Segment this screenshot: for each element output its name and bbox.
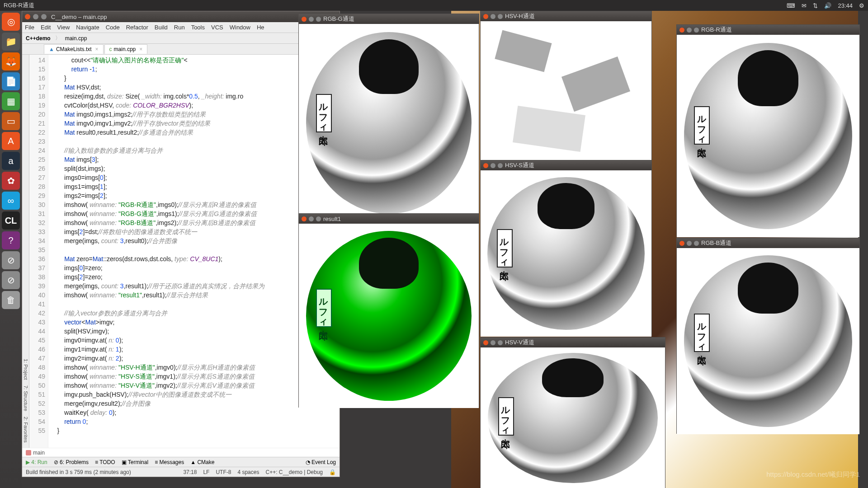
tab-cmakelists[interactable]: ▲CMakeLists.txt× [44,44,104,54]
window-titlebar[interactable]: HSV-H通道 [481,11,651,21]
ide-titlebar[interactable]: C__demo – main.cpp [22,11,340,22]
ide-tool-strip-left: 1: Project 7: Structure 2: Favorites [22,55,29,448]
launcher-calc-icon[interactable]: ▦ [2,92,20,110]
menu-file[interactable]: File [25,24,34,31]
minimize-icon[interactable] [491,340,495,345]
close-icon[interactable] [679,28,684,33]
close-icon[interactable] [302,216,307,221]
menu-refactor[interactable]: Refactor [126,24,148,31]
tool-favorites[interactable]: 2: Favorites [23,417,28,442]
menu-navigate[interactable]: Navigate [76,24,99,31]
tool-messages[interactable]: ≡ Messages [155,459,184,465]
clock[interactable]: 23:44 [838,2,853,9]
status-line-sep[interactable]: LF [203,469,209,475]
menu-vcs[interactable]: VCS [211,24,223,31]
window-titlebar[interactable]: HSV-S通道 [481,160,651,170]
minimize-icon[interactable] [491,14,495,19]
lock-icon[interactable]: 🔒 [329,469,336,475]
launcher-impress-icon[interactable]: ▭ [2,112,20,130]
status-caret-pos[interactable]: 37:18 [183,469,197,475]
launcher-disk2-icon[interactable]: ⊘ [2,271,20,289]
close-icon[interactable] [483,163,488,168]
close-tab-icon[interactable]: × [95,46,99,52]
close-icon[interactable] [483,14,488,19]
tool-terminal[interactable]: ▣ Terminal [122,459,148,465]
window-titlebar[interactable]: result1 [299,214,479,224]
launcher-clion-icon[interactable]: CL [2,211,20,230]
line-number-gutter: 1415161718192021222324252627282930313233… [29,55,48,448]
maximize-icon[interactable] [41,14,47,19]
tool-problems[interactable]: ⊘ 6: Problems [54,459,89,465]
ide-bottom-toolbar: ▶ 4: Run ⊘ 6: Problems ≡ TODO ▣ Terminal… [22,457,340,467]
window-rgb-r: RGB-R通道 [676,24,860,237]
window-titlebar[interactable]: RGB-G通道 [299,14,479,24]
maximize-icon[interactable] [694,28,699,33]
window-rgb-g: RGB-G通道 [298,14,479,221]
ide-status-bar: Build finished in 3 s 759 ms (2 minutes … [22,467,340,477]
menu-tools[interactable]: Tools [191,24,205,31]
status-indent[interactable]: 4 spaces [237,469,259,475]
close-icon[interactable] [25,14,30,19]
mail-icon[interactable]: ✉ [802,2,807,9]
menu-run[interactable]: Run [174,24,185,31]
window-titlebar[interactable]: RGB-R通道 [677,25,859,35]
keyboard-icon[interactable]: ⌨ [787,2,795,9]
launcher-files-icon[interactable]: 📁 [2,33,20,51]
tool-structure[interactable]: 7: Structure [23,385,28,411]
code-body[interactable]: cout<<"请确认输入图片的名称是否正确"< return -1; } Mat… [48,55,340,448]
window-hsv-s: HSV-S通道 [480,160,652,336]
gear-icon[interactable]: ⚙ [859,2,864,9]
tool-cmake[interactable]: ▲ CMake [190,459,214,465]
close-icon[interactable] [679,241,684,246]
close-icon[interactable] [302,17,307,22]
launcher-writer-icon[interactable]: 📄 [2,72,20,90]
network-icon[interactable]: ⇅ [813,2,818,9]
minimize-icon[interactable] [33,14,38,19]
minimize-icon[interactable] [491,163,495,168]
status-encoding[interactable]: UTF-8 [216,469,231,475]
image-canvas [677,35,859,237]
status-context[interactable]: C++: C__demo | Debug [265,469,323,475]
maximize-icon[interactable] [498,340,503,345]
menu-code[interactable]: Code [106,24,120,31]
tool-run[interactable]: ▶ 4: Run [26,459,47,465]
launcher-disk1-icon[interactable]: ⊘ [2,251,20,269]
editor-breadcrumb[interactable]: main [22,448,340,457]
maximize-icon[interactable] [694,241,699,246]
tool-project[interactable]: 1: Project [23,359,28,380]
maximize-icon[interactable] [316,17,321,22]
tool-event-log[interactable]: ◔ Event Log [306,459,336,465]
launcher-firefox-icon[interactable]: 🦊 [2,52,20,70]
launcher-dash-icon[interactable]: ◎ [2,13,20,31]
launcher-amazon-icon[interactable]: a [2,152,20,170]
active-window-title: RGB-R通道 [4,1,787,9]
maximize-icon[interactable] [316,216,321,221]
close-icon[interactable] [483,340,488,345]
menu-help[interactable]: He [257,24,264,31]
tool-todo[interactable]: ≡ TODO [95,459,115,465]
menu-view[interactable]: View [57,24,70,31]
image-canvas [481,21,651,169]
minimize-icon[interactable] [309,17,314,22]
maximize-icon[interactable] [498,163,503,168]
window-titlebar[interactable]: RGB-B通道 [677,238,859,248]
menu-edit[interactable]: Edit [41,24,51,31]
launcher-app-icon[interactable]: ∞ [2,192,20,210]
minimize-icon[interactable] [309,216,314,221]
launcher-help-icon[interactable]: ? [2,231,20,249]
minimize-icon[interactable] [687,28,692,33]
maximize-icon[interactable] [498,14,503,19]
tab-main-cpp[interactable]: cmain.cpp× [104,44,148,54]
close-tab-icon[interactable]: × [139,46,142,52]
window-titlebar[interactable]: HSV-V通道 [481,338,665,347]
menu-window[interactable]: Window [230,24,250,31]
nav-file[interactable]: main.cpp [65,35,87,42]
code-editor[interactable]: 1415161718192021222324252627282930313233… [29,55,340,448]
sound-icon[interactable]: 🔊 [824,2,831,9]
launcher-trash-icon[interactable]: 🗑 [2,291,20,309]
menu-build[interactable]: Build [155,24,168,31]
minimize-icon[interactable] [687,241,692,246]
launcher-software-icon[interactable]: A [2,132,20,150]
launcher-settings-icon[interactable]: ✿ [2,172,20,190]
nav-project[interactable]: C++demo [26,35,51,42]
